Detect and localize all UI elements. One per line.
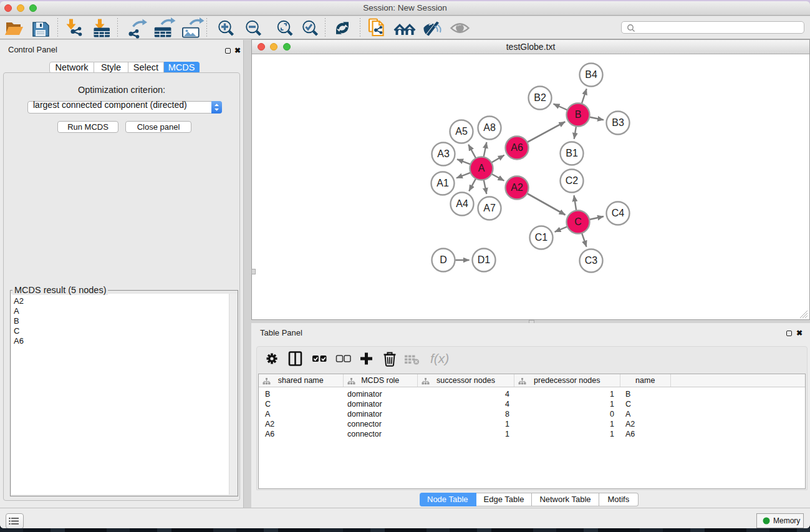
svg-text:C3: C3: [585, 255, 598, 266]
svg-text:B: B: [575, 109, 582, 120]
svg-text:D1: D1: [478, 254, 491, 265]
svg-text:C: C: [574, 216, 582, 227]
svg-text:A1: A1: [436, 178, 449, 188]
svg-text:B4: B4: [585, 69, 597, 80]
svg-text:A6: A6: [511, 142, 523, 153]
svg-text:A2: A2: [511, 182, 523, 193]
svg-text:A8: A8: [483, 122, 496, 133]
svg-text:C4: C4: [612, 208, 625, 218]
svg-text:f(x): f(x): [430, 351, 449, 365]
svg-text:B3: B3: [612, 117, 624, 128]
svg-text:C1: C1: [535, 232, 548, 243]
svg-text:B2: B2: [534, 92, 546, 103]
svg-text:A3: A3: [437, 148, 450, 159]
svg-text:B1: B1: [566, 148, 578, 158]
svg-text:A: A: [478, 163, 485, 173]
svg-text:A4: A4: [456, 198, 468, 209]
svg-text:C2: C2: [566, 175, 579, 186]
svg-text:D: D: [440, 254, 447, 265]
svg-text:A7: A7: [483, 203, 496, 213]
svg-text:A5: A5: [455, 126, 468, 137]
